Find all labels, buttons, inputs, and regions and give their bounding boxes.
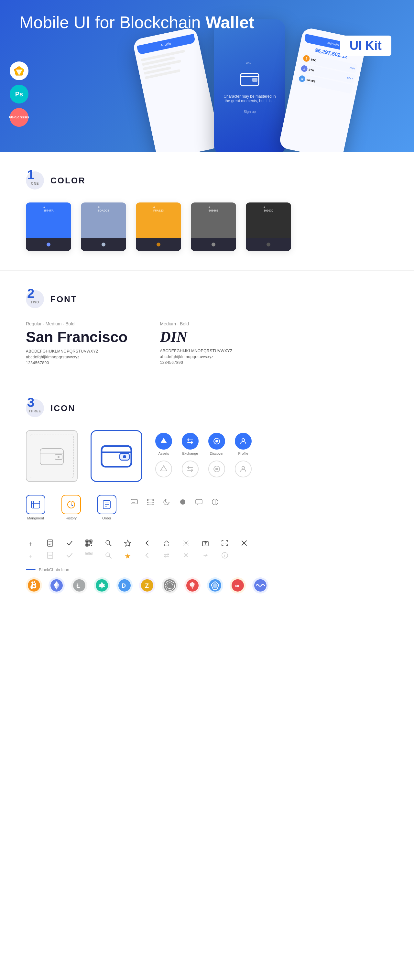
svg-point-41	[180, 500, 185, 504]
screens-badge: 60+ Screens	[10, 108, 29, 127]
screens-count: 60+	[9, 115, 15, 119]
crypto-bitcoin	[26, 578, 42, 593]
sf-name: San Francisco	[26, 328, 127, 346]
app-icons-row: Mangment History Order	[26, 495, 116, 520]
din-name: DIN	[160, 328, 232, 345]
ui-kit-badge: UI Kit	[340, 36, 391, 56]
icon-chat	[129, 498, 139, 508]
icon-exchange: Exchange	[182, 433, 199, 455]
icon-wireframe-wallet	[26, 430, 78, 482]
ps-badge: Ps	[10, 85, 29, 103]
svg-text:Ł: Ł	[76, 582, 80, 589]
icon-document	[45, 539, 55, 549]
icon-upload-box	[201, 539, 210, 549]
app-icon-management: Mangment	[26, 495, 45, 520]
crypto-ethereum	[49, 578, 65, 593]
icon-profile: Profile	[235, 433, 252, 455]
svg-point-81	[225, 554, 225, 554]
icon-plus: +	[26, 541, 36, 548]
icon-search-outline	[104, 552, 113, 561]
icon-circle-fill	[178, 498, 188, 508]
svg-point-25	[215, 468, 218, 470]
icon-check-outline	[65, 552, 75, 561]
icon-discover: Discover	[208, 433, 225, 455]
font-section: 2 TWO FONT Regular · Medium · Bold San F…	[0, 271, 414, 386]
blockchain-label: BlockChain Icon	[26, 567, 388, 572]
icon-filled-wallet	[91, 430, 142, 482]
icon-check	[65, 539, 75, 549]
color-section: 1 ONE COLOR #3574FA #8DA0C8 #F5A623 #666…	[0, 152, 414, 270]
din-numbers: 1234567890	[160, 360, 232, 365]
svg-line-32	[71, 505, 73, 506]
screens-label: Screens	[15, 115, 29, 119]
phone-left: Profile	[132, 27, 221, 152]
svg-line-76	[109, 556, 111, 558]
svg-rect-8	[252, 78, 258, 82]
phones-mockup: Profile 9:41 ··· Character may be master…	[143, 26, 357, 152]
icon-qr-outline	[84, 552, 94, 561]
icon-plus-outline: +	[26, 553, 36, 560]
app-icon-order: Order	[97, 495, 116, 520]
icon-section-header: 3 THREE ICON	[26, 399, 388, 417]
svg-rect-37	[131, 500, 137, 504]
color-swatches: #3574FA #8DA0C8 #F5A623 #666666 #303030	[26, 202, 388, 251]
crypto-dash: D	[116, 578, 132, 593]
din-style-label: Medium · Bold	[160, 321, 232, 326]
hero-section: Mobile UI for Blockchain Wallet UI Kit P…	[0, 0, 414, 152]
svg-point-17	[123, 455, 126, 458]
crypto-litecoin: Ł	[71, 578, 88, 593]
app-icon-history: History	[62, 495, 81, 520]
svg-point-22	[242, 439, 245, 441]
svg-rect-10	[40, 449, 64, 465]
svg-rect-55	[86, 544, 88, 546]
svg-rect-42	[196, 500, 202, 504]
svg-marker-23	[161, 466, 167, 471]
svg-point-26	[242, 466, 245, 469]
icon-title: ICON	[51, 403, 75, 414]
icon-arrow-right-outline	[201, 552, 210, 561]
icon-close	[239, 539, 249, 549]
icon-close-x-outline	[181, 552, 191, 561]
icon-message-bubble	[194, 498, 204, 508]
icon-search	[104, 539, 113, 549]
icon-section: 3 THREE ICON	[0, 386, 414, 613]
din-lowercase: abcdefghijklmnopqrstuvwxyz	[160, 355, 232, 359]
crypto-zcash: Z	[139, 578, 155, 593]
hero-badges: Ps 60+ Screens	[10, 62, 29, 127]
crypto-ark	[184, 578, 201, 593]
icon-scan	[220, 539, 230, 549]
svg-text:∞: ∞	[235, 582, 239, 589]
svg-text:D: D	[122, 582, 126, 589]
section-number-3: 3 THREE	[26, 399, 44, 417]
icon-qr	[84, 539, 94, 549]
misc-icons	[129, 495, 220, 508]
color-card-orange: #F5A623	[136, 202, 181, 251]
icon-discover-outline	[208, 461, 225, 479]
svg-line-60	[109, 544, 111, 546]
phone-center: 9:41 ··· Character may be mastered in th…	[214, 19, 285, 152]
font-section-header: 2 TWO FONT	[26, 290, 388, 308]
font-din: Medium · Bold DIN ABCDEFGHIJKLMNOPQRSTUV…	[160, 321, 232, 366]
svg-point-21	[215, 440, 218, 442]
nav-icons-group: Assets Exchange Discover	[155, 433, 252, 479]
crypto-nano	[94, 578, 110, 593]
icon-document-outline	[45, 552, 55, 561]
svg-marker-61	[124, 540, 131, 546]
svg-rect-53	[90, 541, 92, 542]
svg-text:Z: Z	[145, 582, 149, 589]
icon-star-active: ★	[123, 552, 132, 560]
svg-point-45	[215, 500, 215, 501]
font-examples: Regular · Medium · Bold San Francisco AB…	[26, 321, 388, 366]
color-title: COLOR	[51, 176, 86, 186]
icon-chevron-left-outline	[142, 552, 152, 561]
icon-assets: Assets	[155, 433, 172, 455]
icon-arrows-outline	[162, 552, 171, 561]
svg-point-75	[106, 553, 110, 557]
icon-assets-outline	[155, 461, 172, 479]
svg-marker-19	[161, 438, 167, 443]
color-card-dark: #303030	[246, 202, 291, 251]
blockchain-text: BlockChain Icon	[39, 567, 69, 572]
sketch-badge	[10, 62, 29, 80]
sf-uppercase: ABCDEFGHIJKLMNOPQRSTUVWXYZ	[26, 349, 127, 353]
icon-moon	[162, 498, 171, 508]
